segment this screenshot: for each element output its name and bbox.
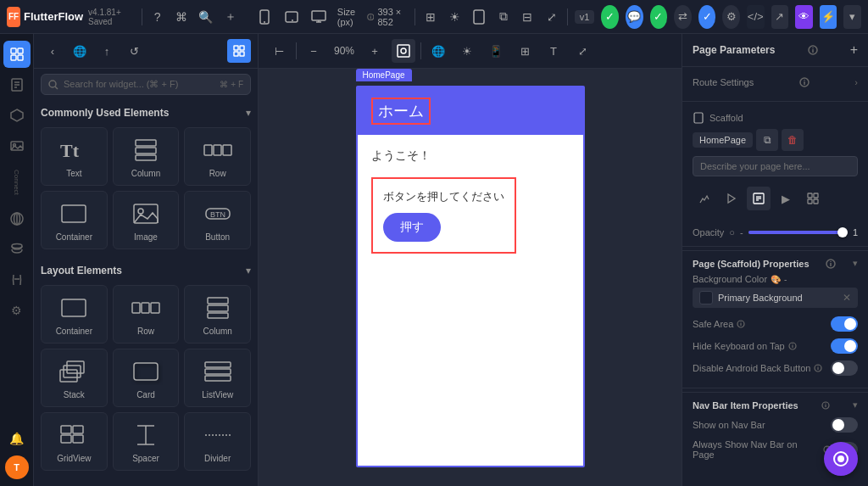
widget-list-scroll[interactable]: Commonly Used Elements ▾ Tt Text — [34, 100, 258, 486]
functions-icon[interactable] — [3, 266, 31, 293]
check-blue-btn[interactable]: ✓ — [698, 5, 716, 29]
layout-widget-row[interactable]: Row — [113, 285, 180, 344]
check-green2-btn[interactable]: ✓ — [650, 5, 668, 29]
text-scale-icon[interactable]: T — [542, 39, 565, 63]
mobile-preview-icon[interactable] — [470, 5, 488, 29]
layout-widget-container[interactable]: Container — [41, 285, 108, 344]
back-icon[interactable]: ‹ — [41, 39, 64, 63]
zoom-in-btn[interactable]: + — [363, 39, 387, 63]
bg-color-remove[interactable]: ✕ — [843, 292, 851, 304]
scaffold-props-header[interactable]: Page (Scaffold) Properties ▾ — [693, 256, 858, 274]
help-icon[interactable]: ? — [148, 5, 166, 29]
chat-bubble-btn[interactable]: 💬 — [626, 5, 643, 29]
globe-icon[interactable]: 🌐 — [68, 39, 92, 63]
bg-color-picker[interactable]: Primary Background ✕ — [693, 288, 858, 308]
layout-widget-gridview[interactable]: GridView — [41, 412, 108, 471]
safe-area-toggle[interactable] — [831, 316, 858, 332]
delete-scaffold-btn[interactable]: 🗑 — [782, 129, 804, 151]
press-button[interactable]: 押す — [383, 213, 441, 242]
tree-toggle-btn[interactable]: ⊢ — [267, 39, 291, 63]
svg-text:BTN: BTN — [210, 210, 225, 219]
user-avatar[interactable]: T — [5, 455, 29, 479]
refresh-icon[interactable]: ↺ — [122, 39, 146, 63]
right-panel-scroll[interactable]: Route Settings › Scaffold HomePage ⧉ � — [682, 67, 868, 486]
desktop-icon[interactable] — [307, 5, 331, 29]
grid-icon[interactable]: ⊞ — [513, 39, 537, 63]
widgets-icon[interactable] — [3, 41, 31, 68]
media-icon[interactable] — [3, 132, 31, 159]
actions-tab[interactable] — [720, 187, 743, 210]
copy-scaffold-btn[interactable]: ⧉ — [756, 129, 778, 151]
share-btn[interactable]: ↗ — [771, 5, 789, 29]
route-settings-row[interactable]: Route Settings › — [693, 74, 858, 91]
panels-icon[interactable]: ⊟ — [519, 5, 537, 29]
canvas-content[interactable]: HomePage ホーム ようこそ！ ボタンを押してください 押す — [259, 69, 682, 486]
disable-back-toggle[interactable] — [831, 360, 858, 376]
shortcut-icon[interactable]: ⌘ — [173, 5, 191, 29]
preview-btn[interactable]: 👁 — [795, 5, 813, 29]
expand-icon[interactable]: ⤢ — [542, 5, 560, 29]
code-btn[interactable]: </> — [747, 5, 765, 29]
widget-text[interactable]: Tt Text — [41, 127, 108, 186]
layout-widget-listview[interactable]: ListView — [184, 349, 251, 407]
hide-keyboard-toggle[interactable] — [831, 338, 858, 354]
more-btn[interactable]: ▾ — [843, 5, 861, 29]
layout-widget-stack[interactable]: Stack — [41, 349, 108, 407]
settings-left-icon[interactable]: ⚙ — [3, 297, 31, 324]
search-input[interactable]: Search for widget... (⌘ + F) ⌘ + F — [41, 74, 251, 95]
layout-widget-column[interactable]: Column — [184, 285, 251, 344]
layout-elements-header[interactable]: Layout Elements ▾ — [41, 261, 251, 280]
chat-btn[interactable] — [824, 442, 858, 476]
pages-icon[interactable] — [3, 71, 31, 98]
fit-btn[interactable] — [392, 39, 415, 63]
page-description-input[interactable] — [693, 156, 858, 176]
theme-icon[interactable]: ☀ — [455, 39, 479, 63]
widget-image[interactable]: Image — [113, 191, 180, 249]
widget-button[interactable]: BTN Button — [184, 191, 251, 249]
show-nav-bar-toggle[interactable] — [831, 417, 858, 433]
widget-row[interactable]: Row — [184, 127, 251, 186]
bg-color-icon: 🎨 — [771, 275, 781, 284]
notification-icon[interactable]: 🔔 — [3, 425, 31, 452]
layout-widget-card[interactable]: Card — [113, 349, 180, 407]
tablet-icon[interactable] — [280, 5, 303, 29]
top-bar: FF FlutterFlow v4.1.81+ Saved ? ⌘ 🔍 ＋ — [0, 0, 868, 34]
nav-bar-info — [821, 401, 830, 410]
play-tab[interactable]: ▶ — [774, 187, 798, 210]
layout-card-icon — [127, 356, 164, 387]
params-tab[interactable] — [747, 187, 771, 210]
widget-column[interactable]: Column — [113, 127, 180, 186]
search-top-icon[interactable]: 🔍 — [198, 5, 215, 29]
common-elements-header[interactable]: Commonly Used Elements ▾ — [41, 103, 251, 122]
phone-icon[interactable] — [253, 5, 276, 29]
widget-container[interactable]: Container — [41, 191, 108, 249]
nav-section-header[interactable]: Nav Bar Item Properties ▾ — [693, 398, 858, 414]
swap-btn[interactable]: ⇄ — [674, 5, 692, 29]
opacity-slider[interactable] — [748, 231, 848, 234]
api-icon[interactable] — [3, 205, 31, 232]
settings-btn[interactable]: ⚙ — [722, 5, 740, 29]
add-icon[interactable]: ＋ — [221, 5, 239, 29]
device-canvas-icon[interactable]: 📱 — [484, 39, 508, 63]
style-tab[interactable] — [693, 187, 716, 210]
add-param-btn[interactable]: + — [850, 42, 858, 58]
layout-widget-divider[interactable]: Divider — [184, 412, 251, 471]
search-bar[interactable]: Search for widget... (⌘ + F) ⌘ + F — [34, 69, 258, 100]
components-icon[interactable] — [3, 102, 31, 129]
layout-icon[interactable]: ⊞ — [421, 5, 439, 29]
sun-icon[interactable]: ☀ — [446, 5, 464, 29]
database-icon[interactable] — [3, 236, 31, 263]
show-nav-bar-label: Show on Nav Bar — [693, 420, 765, 430]
layout-widget-spacer[interactable]: Spacer — [113, 412, 180, 471]
run-btn[interactable]: ⚡ — [820, 5, 837, 29]
widgets-panel-active[interactable] — [227, 39, 251, 63]
layers-icon[interactable]: ⧉ — [494, 5, 512, 29]
check-green-btn[interactable]: ✓ — [601, 5, 619, 29]
globe-canvas-icon[interactable]: 🌐 — [426, 39, 450, 63]
component-tab[interactable] — [801, 187, 825, 210]
zoom-out-btn[interactable]: − — [302, 39, 326, 63]
arrows-icon[interactable]: ⤢ — [570, 39, 594, 63]
version-badge[interactable]: v1 — [575, 10, 595, 24]
opacity-slider-thumb[interactable] — [837, 227, 848, 237]
upload-icon[interactable]: ↑ — [95, 39, 119, 63]
